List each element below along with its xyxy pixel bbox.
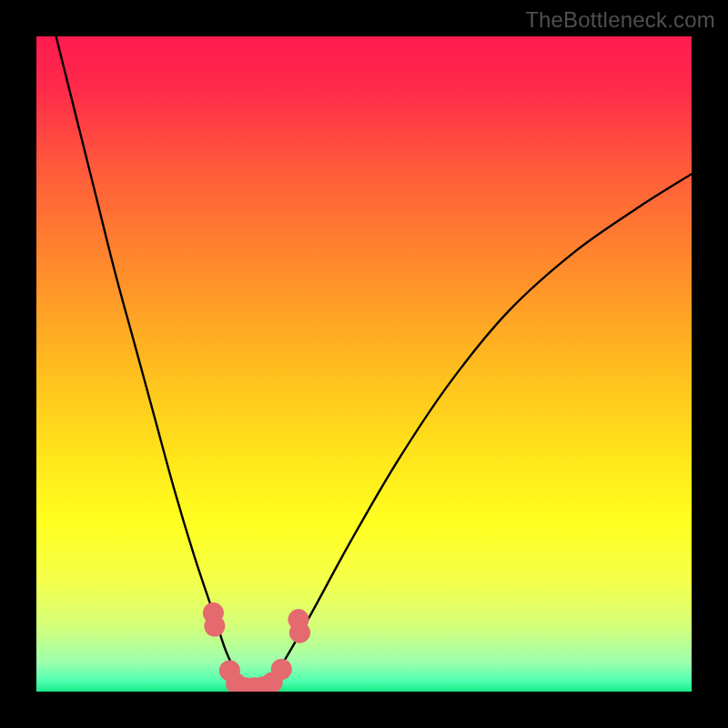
watermark-text: TheBottleneck.com bbox=[525, 7, 715, 33]
highlight-dot bbox=[204, 615, 225, 636]
highlight-dot bbox=[289, 622, 310, 643]
highlight-dot bbox=[271, 659, 292, 680]
highlight-dots bbox=[203, 602, 310, 692]
bottleneck-curve bbox=[36, 36, 692, 688]
frame: TheBottleneck.com bbox=[0, 0, 728, 728]
curve-layer bbox=[36, 36, 692, 692]
plot-area bbox=[36, 36, 692, 692]
